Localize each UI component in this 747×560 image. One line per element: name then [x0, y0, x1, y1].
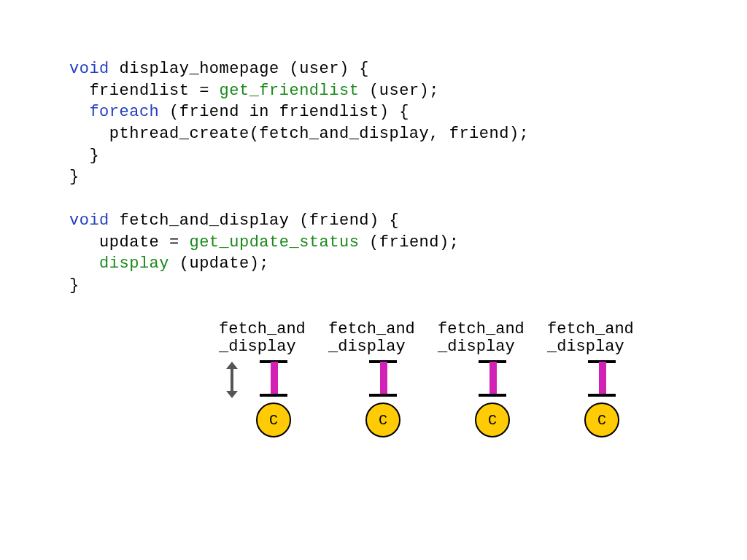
code-line: display (update);	[69, 253, 529, 275]
thread-icon	[584, 360, 620, 397]
code-line: }	[69, 166, 529, 188]
code-line	[69, 188, 529, 210]
code-line: }	[69, 275, 529, 297]
code-line: void fetch_and_display (friend) {	[69, 210, 529, 232]
duration-arrow-icon	[226, 362, 238, 398]
code-line: friendlist = get_friendlist (user);	[69, 80, 529, 102]
code-line: pthread_create(fetch_and_display, friend…	[69, 123, 529, 145]
thread-icon	[365, 360, 401, 397]
thread-column: fetch_and_displayC	[219, 321, 328, 438]
thread-label: fetch_and_display	[547, 321, 657, 356]
thread-label: fetch_and_display	[219, 321, 328, 356]
code-block: void display_homepage (user) { friendlis…	[69, 58, 529, 297]
thread-column: fetch_and_displayC	[328, 321, 438, 438]
slide-root: void display_homepage (user) { friendlis…	[0, 0, 747, 560]
thread-column: fetch_and_displayC	[547, 321, 657, 438]
code-line: update = get_update_status (friend);	[69, 232, 529, 254]
thread-diagram: fetch_and_displayCfetch_and_displayCfetc…	[219, 321, 671, 481]
core-icon: C	[256, 402, 291, 438]
core-icon: C	[365, 402, 400, 438]
thread-label: fetch_and_display	[438, 321, 547, 356]
thread-icon	[255, 360, 292, 397]
thread-label: fetch_and_display	[328, 321, 438, 356]
code-line: }	[69, 145, 529, 167]
code-line: foreach (friend in friendlist) {	[69, 101, 529, 123]
thread-column: fetch_and_displayC	[438, 321, 547, 438]
code-line: void display_homepage (user) {	[69, 58, 529, 80]
core-icon: C	[475, 402, 510, 438]
thread-icon	[474, 360, 511, 397]
core-icon: C	[584, 402, 619, 438]
